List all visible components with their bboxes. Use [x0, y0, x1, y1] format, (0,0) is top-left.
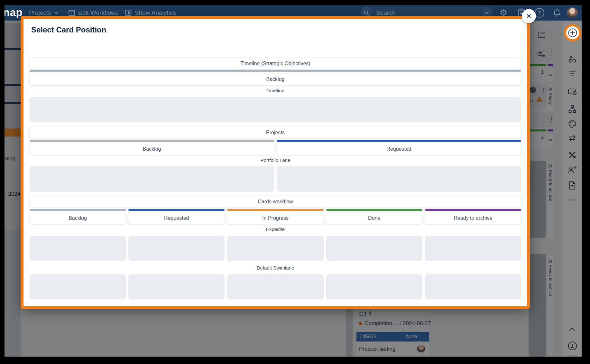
modal-title: Select Card Position: [31, 25, 106, 34]
section-projects-header-row: Projects: [30, 127, 521, 138]
workflow-header-projects[interactable]: Projects: [30, 127, 521, 138]
position-cell[interactable]: [30, 236, 126, 261]
section-timeline-color-row: [30, 70, 521, 72]
column-backlog[interactable]: Backlog: [30, 212, 126, 224]
nav-projects-label: Projects: [29, 9, 51, 16]
close-modal-button[interactable]: [522, 9, 536, 23]
app-screen: nap Projects Edit Workflows Show Analyti…: [5, 5, 582, 357]
section-cards-color-row: [30, 209, 521, 211]
column-color-bar: [30, 140, 274, 142]
lane-label-expedite: Expedite: [30, 226, 521, 232]
question-glyph: ?: [535, 8, 544, 18]
column-requested[interactable]: Requested: [128, 212, 225, 224]
column-color-bar: [30, 70, 521, 72]
position-cell[interactable]: [30, 274, 126, 299]
column-color-bar: [277, 140, 521, 142]
position-cell[interactable]: [277, 166, 521, 192]
chevron-down-icon: [54, 11, 59, 14]
column-done[interactable]: Done: [326, 212, 422, 224]
add-circle-icon: [568, 28, 577, 38]
table-icon: [68, 9, 75, 16]
section-projects-columns-row: Backlog Requested: [30, 143, 521, 155]
collapse-close-icon: [526, 13, 532, 19]
section-cards-header-row: Cards workflow: [30, 196, 521, 208]
notifications-bell-icon[interactable]: [552, 5, 562, 21]
position-cell[interactable]: [128, 236, 225, 261]
position-cell[interactable]: [30, 97, 521, 122]
position-cell[interactable]: [326, 236, 422, 261]
lane-label-portfolio: Portfolio Lane: [30, 157, 521, 163]
help-icon[interactable]: ?: [535, 5, 544, 21]
workflow-header-timeline[interactable]: Timeline (Strategic Objectives): [30, 58, 521, 69]
column-color-bar: [326, 209, 422, 211]
user-avatar[interactable]: [567, 5, 578, 21]
add-button-spotlight[interactable]: [564, 24, 581, 41]
position-cell[interactable]: [227, 274, 323, 299]
section-timeline-cells-row: [30, 97, 521, 122]
section-cards-default-cells: [30, 274, 521, 299]
column-ready-to-archive[interactable]: Ready to archive: [425, 212, 521, 224]
position-cell[interactable]: [227, 236, 323, 261]
section-projects-cells-row: [30, 166, 521, 192]
position-cell[interactable]: [128, 274, 225, 299]
column-color-bar: [128, 209, 225, 211]
section-timeline-header-row: Timeline (Strategic Objectives): [30, 58, 521, 69]
select-card-position-modal: Select Card Position Timeline (Strategic…: [21, 16, 530, 309]
column-requested[interactable]: Requested: [277, 143, 521, 155]
section-projects-color-row: [30, 140, 521, 142]
app-logo: nap: [5, 6, 23, 19]
position-cell[interactable]: [30, 166, 274, 192]
column-in-progress[interactable]: In Progress: [227, 212, 323, 224]
position-cell[interactable]: [326, 274, 422, 299]
position-cell[interactable]: [425, 236, 521, 261]
position-cell[interactable]: [425, 274, 521, 299]
lane-label-default-swimlane: Default Swimlane: [30, 265, 521, 271]
nav-show-analytics-label: Show Analytics: [135, 9, 176, 16]
column-backlog[interactable]: Backlog: [30, 74, 521, 85]
section-timeline-columns-row: Backlog: [30, 74, 521, 85]
section-cards-columns-row: Backlog Requested In Progress Done Ready…: [30, 212, 521, 224]
column-color-bar: [30, 209, 126, 211]
column-color-bar: [227, 209, 323, 211]
nav-edit-workflows-label: Edit Workflows: [78, 9, 118, 16]
avatar-photo: [567, 7, 578, 18]
column-backlog[interactable]: Backlog: [30, 143, 274, 155]
section-cards-expedite-cells: [30, 236, 521, 261]
search-input[interactable]: [375, 9, 481, 17]
bar-chart-icon: [125, 9, 132, 16]
lane-label-timeline: Timeline: [30, 88, 521, 93]
workflow-header-cards[interactable]: Cards workflow: [30, 196, 521, 208]
column-color-bar: [425, 209, 521, 211]
